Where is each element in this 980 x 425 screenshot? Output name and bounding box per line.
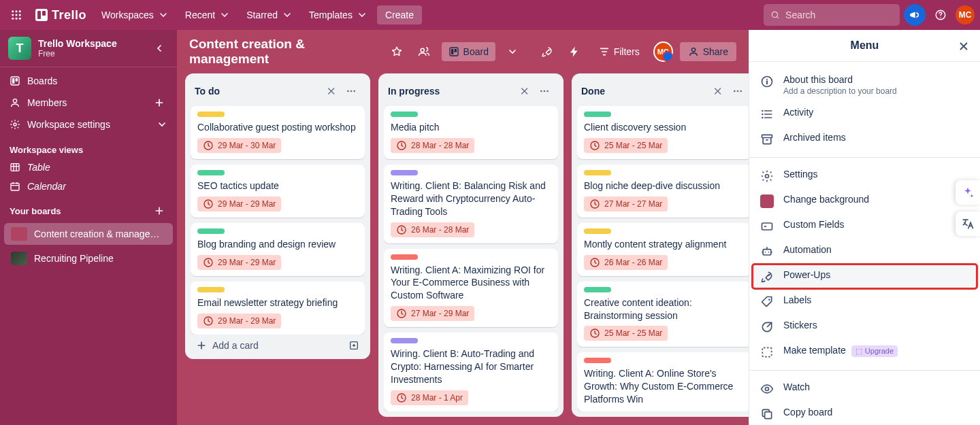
trello-logo[interactable]: Trello	[30, 8, 92, 22]
field-icon	[760, 220, 774, 233]
card[interactable]: Collaborative guest posting workshop29 M…	[191, 106, 365, 159]
card[interactable]: Montly content strategy alignment26 Mar …	[577, 223, 749, 276]
card[interactable]: Writing. Client A: Online Store's Growth…	[577, 352, 749, 411]
card[interactable]: Wiring. Client B: Auto-Trading and Crypt…	[384, 333, 558, 411]
search-field[interactable]	[785, 10, 893, 20]
label-yellow	[584, 228, 611, 234]
share-button[interactable]: Share	[680, 42, 736, 61]
card[interactable]: Media pitch28 Mar - 28 Mar	[384, 106, 558, 159]
menu-activity[interactable]: Activity	[749, 101, 980, 126]
chevron-down-icon	[157, 119, 167, 130]
notifications-icon[interactable]	[904, 4, 926, 26]
nav-workspaces[interactable]: Workspaces	[95, 5, 176, 24]
menu-about-board[interactable]: About this boardAdd a description to you…	[749, 69, 980, 101]
lists-container: To do Collaborative guest posting worksh…	[177, 73, 749, 425]
add-board-button[interactable]	[151, 203, 167, 219]
sticker-icon	[760, 320, 774, 334]
card[interactable]: Creative content ideation: Brainstorming…	[577, 282, 749, 347]
card[interactable]: Client discovery session25 Mar - 25 Mar	[577, 106, 749, 159]
filters-button[interactable]: Filters	[592, 42, 647, 61]
template-icon[interactable]	[348, 340, 359, 351]
add-member-button[interactable]	[151, 95, 167, 111]
menu-change-background[interactable]: Change background	[749, 188, 980, 214]
automation-bolt-button[interactable]	[564, 41, 585, 63]
label-green	[584, 112, 611, 117]
sidebar-members[interactable]: Members	[0, 90, 177, 115]
app-switcher-icon[interactable]	[5, 4, 27, 26]
list-menu-button[interactable]	[728, 82, 747, 101]
chevron-down-icon	[282, 10, 293, 20]
menu-copy-board[interactable]: Copy board	[749, 401, 980, 425]
card[interactable]: SEO tactics update29 Mar - 29 Mar	[191, 165, 365, 218]
label-red	[391, 254, 418, 260]
create-button[interactable]: Create	[377, 5, 422, 24]
eye-icon	[760, 382, 774, 396]
sidebar-board-content[interactable]: Content creation & managem…	[4, 223, 173, 245]
menu-watch[interactable]: Watch	[749, 376, 980, 401]
list-collapse-button[interactable]	[709, 82, 728, 101]
menu-automation[interactable]: Automation	[749, 239, 980, 264]
info-icon	[760, 75, 774, 88]
menu-archived[interactable]: Archived items	[749, 126, 980, 152]
star-button[interactable]	[386, 41, 407, 63]
menu-settings[interactable]: Settings	[749, 163, 980, 188]
add-card-button[interactable]: Add a card	[191, 335, 365, 354]
board-title[interactable]: Content creation & management	[189, 37, 379, 67]
visibility-button[interactable]	[414, 41, 435, 63]
clock-icon	[396, 392, 407, 403]
clock-icon	[589, 328, 600, 339]
chevron-down-icon	[219, 10, 230, 20]
date-badge: 29 Mar - 30 Mar	[197, 138, 281, 153]
sidebar-view-calendar[interactable]: Calendar	[0, 177, 177, 196]
list-menu-button[interactable]	[342, 82, 361, 101]
list-title[interactable]: To do	[195, 86, 323, 97]
list-title[interactable]: Done	[581, 86, 709, 97]
card[interactable]: Email newsletter strategy briefing29 Mar…	[191, 282, 365, 335]
clock-icon	[589, 199, 600, 209]
board-view-switch[interactable]: Board	[442, 42, 495, 61]
card[interactable]: Blog niche deep-dive discussion27 Mar - …	[577, 165, 749, 218]
sidebar-view-table[interactable]: Table	[0, 158, 177, 177]
menu-custom-fields[interactable]: Custom Fields	[749, 214, 980, 239]
search-input[interactable]	[764, 4, 900, 26]
table-icon	[10, 162, 20, 173]
workspace-header: T Trello Workspace Free	[0, 30, 177, 67]
menu-stickers[interactable]: Stickers	[749, 314, 980, 339]
menu-powerups[interactable]: Power-Ups	[752, 264, 977, 289]
nav-starred[interactable]: Starred	[240, 5, 299, 24]
language-button[interactable]	[956, 211, 980, 236]
menu-labels[interactable]: Labels	[749, 289, 980, 314]
menu-drawer: Menu About this boardAdd a description t…	[749, 30, 980, 425]
card[interactable]: Writing. Client A: Maximizing ROI for Yo…	[384, 249, 558, 328]
list-collapse-button[interactable]	[516, 82, 535, 101]
menu-make-template[interactable]: Make template⬚ Upgrade	[749, 339, 980, 364]
label-green	[197, 170, 225, 175]
label-green	[584, 287, 611, 292]
card[interactable]: Writing. Client B: Balancing Risk and Re…	[384, 165, 558, 243]
your-boards-heading: Your boards	[0, 196, 177, 222]
list-title[interactable]: In progress	[388, 86, 516, 97]
ai-sparkle-button[interactable]	[956, 180, 980, 205]
user-avatar[interactable]: MC	[956, 5, 975, 24]
label-yellow	[584, 170, 611, 175]
label-green	[197, 228, 225, 234]
card[interactable]: Blog branding and design review29 Mar - …	[191, 223, 365, 276]
rocket-icon	[760, 270, 774, 284]
list-menu-button[interactable]	[535, 82, 554, 101]
powerup-rocket-button[interactable]	[537, 41, 558, 63]
label-yellow	[197, 112, 225, 117]
menu-close-button[interactable]	[954, 37, 973, 56]
list-collapse-button[interactable]	[323, 82, 342, 101]
board-member-avatar[interactable]: MC	[653, 41, 673, 62]
sidebar-boards[interactable]: Boards	[0, 71, 177, 90]
help-icon[interactable]	[930, 4, 951, 26]
view-options-button[interactable]	[502, 41, 523, 63]
sidebar-board-recruiting[interactable]: Recruiting Pipeline	[4, 248, 173, 269]
nav-templates[interactable]: Templates	[302, 5, 374, 24]
nav-recent[interactable]: Recent	[178, 5, 237, 24]
sidebar-collapse-button[interactable]	[150, 39, 169, 58]
clock-icon	[589, 257, 600, 268]
date-badge: 28 Mar - 28 Mar	[391, 138, 474, 153]
label-red	[584, 358, 611, 363]
sidebar-workspace-settings[interactable]: Workspace settings	[0, 115, 177, 134]
